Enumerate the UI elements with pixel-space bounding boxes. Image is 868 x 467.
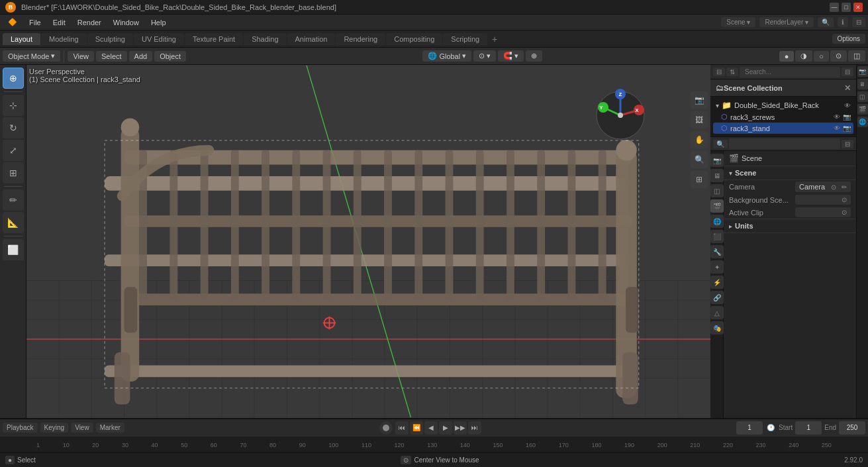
camera-perspective-button[interactable]: 📷 bbox=[691, 91, 708, 109]
props-constraints-icon[interactable]: 🔗 bbox=[710, 291, 724, 304]
cursor-tool-button[interactable]: ⊕ bbox=[3, 68, 24, 89]
filter-icon[interactable]: ⊟ bbox=[852, 17, 865, 27]
tab-animation[interactable]: Animation bbox=[287, 33, 336, 45]
current-frame-input[interactable]: 1 bbox=[736, 421, 763, 435]
menu-edit[interactable]: Edit bbox=[48, 17, 71, 28]
scene-props-header[interactable]: ▾ Scene bbox=[724, 166, 856, 180]
tab-layout[interactable]: Layout bbox=[3, 33, 40, 45]
props-object-icon[interactable]: ⬛ bbox=[710, 230, 724, 243]
camera-value[interactable]: Camera ⊙ ✏ bbox=[795, 182, 851, 192]
active-clip-value[interactable]: ⊙ bbox=[795, 207, 851, 217]
maximize-button[interactable]: □ bbox=[842, 3, 851, 12]
props-search-icon[interactable]: 🔍 bbox=[713, 140, 728, 148]
viewport-shading-material[interactable]: ◑ bbox=[795, 50, 812, 62]
view-grid-button[interactable]: ⊞ bbox=[691, 171, 708, 188]
rotate-tool-button[interactable]: ↻ bbox=[3, 117, 24, 138]
outliner-close-icon[interactable]: ✕ bbox=[844, 83, 851, 93]
zoom-button[interactable]: 🔍 bbox=[691, 151, 708, 168]
tab-modeling[interactable]: Modeling bbox=[41, 33, 87, 45]
menu-window[interactable]: Window bbox=[108, 17, 144, 28]
outliner-sort-icon[interactable]: ⇅ bbox=[726, 68, 738, 76]
pivot-point-button[interactable]: ⊙ ▾ bbox=[473, 50, 496, 62]
viewport-xray-button[interactable]: ◫ bbox=[848, 50, 865, 62]
search-icon[interactable]: 🔍 bbox=[818, 17, 834, 27]
menu-file[interactable]: File bbox=[24, 17, 46, 28]
camera-pick-icon[interactable]: ⊙ bbox=[831, 183, 836, 191]
render-layer-selector[interactable]: RenderLayer ▾ bbox=[759, 17, 814, 27]
props-material-icon[interactable]: 🎭 bbox=[710, 321, 724, 335]
viewport-shading-solid[interactable]: ● bbox=[779, 51, 795, 62]
outliner-view-icon[interactable]: ⊟ bbox=[713, 68, 725, 76]
outliner-search-input[interactable] bbox=[742, 67, 838, 78]
snap-button[interactable]: 🧲 ▾ bbox=[498, 50, 524, 62]
minimize-button[interactable]: — bbox=[830, 3, 839, 12]
tree-visibility-icon-3[interactable]: 👁 bbox=[834, 125, 840, 132]
scene-selector[interactable]: Scene ▾ bbox=[721, 17, 755, 27]
background-scene-value[interactable]: ⊙ bbox=[795, 195, 851, 205]
jump-start-button[interactable]: ⏮ bbox=[395, 421, 409, 435]
viewport-shading-rendered[interactable]: ○ bbox=[814, 51, 829, 62]
props-output-icon[interactable]: 🖥 bbox=[710, 169, 724, 182]
scale-tool-button[interactable]: ⤢ bbox=[3, 140, 24, 161]
tree-item-rack3-stand[interactable]: ⬡ rack3_stand 👁 📷 bbox=[713, 123, 853, 134]
measure-tool-button[interactable]: 📐 bbox=[3, 212, 24, 233]
render-scene-icon[interactable]: 🎬 bbox=[857, 104, 868, 115]
tab-compositing[interactable]: Compositing bbox=[386, 33, 442, 45]
tab-uv-editing[interactable]: UV Editing bbox=[134, 33, 184, 45]
tab-sculpting[interactable]: Sculpting bbox=[87, 33, 133, 45]
viewport-gizmo[interactable]: X Y Z bbox=[594, 89, 647, 142]
render-world-icon[interactable]: 🌐 bbox=[857, 117, 868, 127]
clip-pick-icon[interactable]: ⊙ bbox=[842, 209, 847, 216]
record-button[interactable] bbox=[379, 421, 393, 435]
bg-scene-pick-icon[interactable]: ⊙ bbox=[842, 196, 847, 203]
timeline-ruler[interactable]: 1 10 20 30 40 50 60 70 80 90 100 110 120… bbox=[0, 436, 868, 453]
object-menu-button[interactable]: Object bbox=[154, 51, 186, 62]
tab-rendering[interactable]: Rendering bbox=[336, 33, 385, 45]
tab-texture-paint[interactable]: Texture Paint bbox=[185, 33, 243, 45]
tree-item-rack3-screws[interactable]: ⬡ rack3_screws 👁 📷 bbox=[713, 111, 853, 123]
menu-blender[interactable]: 🔶 bbox=[3, 17, 23, 28]
units-section-header[interactable]: ▸ Units bbox=[724, 219, 856, 233]
add-menu-button[interactable]: Add bbox=[129, 51, 153, 62]
viewport-overlay-button[interactable]: ⊙ bbox=[830, 50, 847, 62]
tab-scripting[interactable]: Scripting bbox=[443, 33, 487, 45]
render-view-icon[interactable]: ◫ bbox=[857, 91, 868, 102]
transform-orientation-button[interactable]: 🌐 Global ▾ bbox=[422, 50, 471, 62]
info-icon[interactable]: ℹ bbox=[838, 17, 848, 27]
tree-render-icon[interactable]: 📷 bbox=[843, 113, 851, 121]
props-world-icon[interactable]: 🌐 bbox=[710, 215, 724, 228]
props-scene-icon[interactable]: 🎬 bbox=[710, 199, 724, 213]
props-search-input[interactable] bbox=[732, 138, 838, 149]
tree-item-double-sided-bike-rack[interactable]: ▾ 📁 Double_Sided_Bike_Rack 👁 bbox=[713, 99, 853, 111]
keying-menu[interactable]: Keying bbox=[40, 423, 69, 433]
add-workspace-button[interactable]: + bbox=[488, 32, 501, 46]
add-cube-tool-button[interactable]: ⬜ bbox=[3, 239, 24, 260]
annotate-tool-button[interactable]: ✏ bbox=[3, 189, 24, 211]
tree-visibility-icon[interactable]: 👁 bbox=[844, 102, 851, 109]
pan-button[interactable]: ✋ bbox=[691, 131, 708, 148]
render-output-icon[interactable]: 🖥 bbox=[857, 79, 868, 89]
render-engine-icon[interactable]: 📷 bbox=[857, 66, 868, 77]
props-render-icon[interactable]: 📷 bbox=[710, 154, 724, 167]
view-menu[interactable]: View bbox=[71, 423, 93, 433]
menu-help[interactable]: Help bbox=[146, 17, 171, 28]
playback-menu[interactable]: Playback bbox=[3, 423, 38, 433]
jump-back-button[interactable]: ⏪ bbox=[410, 421, 423, 435]
marker-menu[interactable]: Marker bbox=[96, 423, 124, 433]
end-frame-input[interactable]: 250 bbox=[839, 421, 865, 435]
tree-render-icon-2[interactable]: 📷 bbox=[843, 125, 851, 132]
props-particles-icon[interactable]: ✦ bbox=[710, 260, 724, 274]
select-menu-button[interactable]: Select bbox=[96, 51, 127, 62]
render-preview-button[interactable]: 🖼 bbox=[691, 111, 708, 129]
transform-tool-button[interactable]: ⊞ bbox=[3, 162, 24, 183]
close-button[interactable]: ✕ bbox=[853, 3, 863, 12]
props-data-icon[interactable]: △ bbox=[710, 306, 724, 319]
props-filter-icon[interactable]: ⊟ bbox=[842, 140, 853, 148]
props-view-layer-icon[interactable]: ◫ bbox=[710, 184, 724, 197]
tab-shading[interactable]: Shading bbox=[244, 33, 286, 45]
props-physics-icon[interactable]: ⚡ bbox=[710, 276, 724, 289]
move-tool-button[interactable]: ⊹ bbox=[3, 95, 24, 116]
view-menu-button[interactable]: View bbox=[68, 51, 94, 62]
step-back-button[interactable]: ◀ bbox=[424, 421, 438, 435]
start-frame-input[interactable]: 1 bbox=[795, 421, 822, 435]
